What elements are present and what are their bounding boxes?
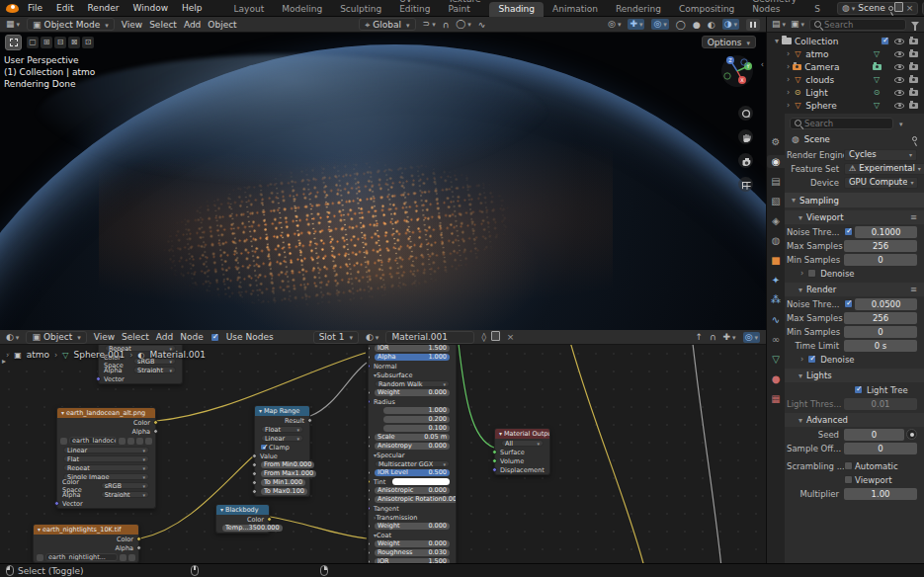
- tint-color-swatch[interactable]: [392, 478, 450, 485]
- ior-level-value[interactable]: 0.500: [428, 469, 447, 476]
- render-engine-select[interactable]: Cycles: [844, 149, 917, 161]
- select-mode-invert-icon[interactable]: ⊠: [68, 37, 80, 48]
- node-image-texture-landocean[interactable]: earth_landocean_alt.png Color Alpha eart…: [56, 407, 156, 509]
- automatic-checkbox[interactable]: [844, 461, 853, 470]
- disable-render-icon[interactable]: [909, 77, 918, 83]
- new-scene-icon[interactable]: [896, 4, 903, 12]
- node-title[interactable]: Material Output: [495, 429, 549, 439]
- snap-magnet-icon[interactable]: ∩: [710, 332, 716, 342]
- color-socket[interactable]: [267, 517, 272, 522]
- open-image-icon[interactable]: [136, 438, 143, 445]
- transmission-section[interactable]: Transmission: [369, 513, 456, 522]
- tab-rendering[interactable]: Rendering: [607, 2, 670, 17]
- editor-type-icon[interactable]: ◐: [6, 332, 19, 343]
- seed-value[interactable]: 0: [844, 429, 904, 441]
- shader-menu-select[interactable]: Select: [122, 332, 149, 342]
- object-name[interactable]: clouds: [805, 75, 834, 85]
- ior-value[interactable]: 1.500: [428, 345, 447, 352]
- menu-window[interactable]: Window: [128, 3, 174, 13]
- noise-threshold-checkbox[interactable]: [844, 299, 853, 308]
- hide-eye-icon[interactable]: [894, 51, 904, 57]
- subsurface-section[interactable]: Subsurface: [369, 371, 456, 379]
- mode-dropdown[interactable]: ▣ Object Mode: [27, 18, 115, 31]
- unlink-material-icon[interactable]: ×: [507, 333, 515, 341]
- temperature-value[interactable]: 3500.000: [249, 525, 280, 532]
- box-select-tool-button[interactable]: [5, 35, 22, 50]
- sample-offset-value[interactable]: 0: [844, 443, 917, 454]
- disable-render-icon[interactable]: [909, 64, 918, 70]
- light-threshold-value[interactable]: 0.01: [844, 398, 917, 410]
- noise-threshold-checkbox[interactable]: [844, 227, 853, 236]
- tab-render-icon[interactable]: ◉: [767, 155, 785, 168]
- viewport-menu-select[interactable]: Select: [149, 20, 177, 30]
- disable-render-icon[interactable]: [909, 51, 918, 57]
- tangent-socket[interactable]: [368, 506, 371, 511]
- weight-value[interactable]: 0.000: [428, 523, 447, 530]
- shading-wireframe-icon[interactable]: ◯: [676, 20, 686, 30]
- min-samples-value[interactable]: 0: [844, 254, 917, 266]
- disable-render-icon[interactable]: [909, 90, 918, 96]
- collection-checkbox[interactable]: [881, 37, 889, 45]
- falloff-icon[interactable]: ∿: [478, 20, 486, 30]
- alpha-value[interactable]: 1.000: [428, 354, 447, 361]
- node-link[interactable]: [310, 363, 367, 416]
- anisotropic-value[interactable]: 0.000: [428, 487, 447, 494]
- fake-user-icon[interactable]: [119, 438, 126, 445]
- multiplier-value[interactable]: 1.00: [844, 488, 917, 500]
- gizmos-icon[interactable]: ✚: [628, 19, 644, 30]
- color-socket[interactable]: [153, 420, 158, 425]
- object-name[interactable]: Camera: [804, 62, 839, 72]
- radius-socket[interactable]: [368, 399, 371, 404]
- tab-scripting[interactable]: S: [805, 2, 829, 17]
- node-title[interactable]: Map Range: [255, 406, 309, 416]
- object-name[interactable]: Sphere: [805, 101, 837, 111]
- tab-layout[interactable]: Layout: [225, 2, 274, 17]
- weight-socket[interactable]: [368, 390, 371, 395]
- interpolation-select[interactable]: Linear: [67, 448, 142, 453]
- viewport-subpanel-header[interactable]: ▾Viewport≡: [785, 210, 924, 224]
- scale-value[interactable]: 0.05 m: [424, 434, 447, 441]
- max-samples-value[interactable]: 256: [844, 312, 917, 324]
- snap-magnet-icon[interactable]: ∩: [443, 20, 450, 30]
- light-tree-checkbox[interactable]: [854, 385, 863, 394]
- shading-material-icon[interactable]: ◐: [708, 20, 715, 30]
- data-type-select[interactable]: Float: [265, 427, 296, 432]
- sampling-panel-header[interactable]: ▾Sampling: [785, 193, 924, 207]
- from-min-socket[interactable]: [252, 462, 257, 467]
- object-name[interactable]: Light: [805, 88, 827, 98]
- presets-icon[interactable]: ≡: [910, 285, 917, 294]
- unlink-image-icon[interactable]: [145, 438, 152, 445]
- radius-z-value[interactable]: 0.100: [386, 425, 447, 432]
- ior-socket[interactable]: [368, 346, 371, 351]
- n-panel-arrow[interactable]: ▸: [2, 357, 6, 366]
- viewport-canvas[interactable]: ▢ ⊞ ⊟ ⊠ ⊡ Options User Perspective (1) C…: [0, 33, 766, 330]
- light-tree-row[interactable]: Light Tree: [787, 383, 917, 396]
- overlays-icon[interactable]: ◎: [743, 332, 760, 343]
- open-image-icon[interactable]: [128, 554, 135, 561]
- viewport-menu-add[interactable]: Add: [184, 20, 201, 30]
- result-socket[interactable]: [307, 418, 312, 423]
- tab-constraints-icon[interactable]: ∞: [767, 333, 785, 346]
- outliner-row-sphere[interactable]: › ▽ Sphere ▽: [767, 99, 924, 112]
- object-name[interactable]: atmo: [805, 49, 828, 59]
- vector-socket[interactable]: [96, 376, 101, 381]
- tab-physics-icon[interactable]: ∿: [767, 313, 785, 326]
- feature-set-select[interactable]: ⚠Experimental: [844, 163, 924, 175]
- hide-eye-icon[interactable]: [894, 103, 904, 109]
- noise-threshold-value[interactable]: 0.0500: [855, 298, 917, 310]
- render-denoise-row[interactable]: ›Denoise: [787, 353, 917, 366]
- tab-texture-icon[interactable]: ▦: [767, 392, 785, 405]
- node-map-range[interactable]: Map Range Result Float Linear Clamp Valu…: [254, 405, 310, 497]
- transform-orientation-dropdown[interactable]: ⌖ Global: [359, 18, 415, 31]
- node-material-output[interactable]: Material Output All Surface Volume Displ…: [494, 428, 550, 475]
- tab-object-icon[interactable]: ■: [767, 254, 785, 267]
- alpha-socket[interactable]: [136, 545, 141, 550]
- material-browse-icon[interactable]: ◐: [366, 332, 378, 343]
- outliner-row-clouds[interactable]: › ▽ clouds ▽: [767, 73, 924, 86]
- denoise-checkbox[interactable]: [807, 269, 816, 278]
- render-subpanel-header[interactable]: ▾Render≡: [785, 283, 924, 296]
- tab-world-icon[interactable]: ◍: [767, 234, 785, 247]
- extension-select[interactable]: Repeat: [67, 465, 142, 470]
- anisotropic-socket[interactable]: [368, 488, 371, 493]
- tab-tool-icon[interactable]: ⚙: [767, 135, 785, 148]
